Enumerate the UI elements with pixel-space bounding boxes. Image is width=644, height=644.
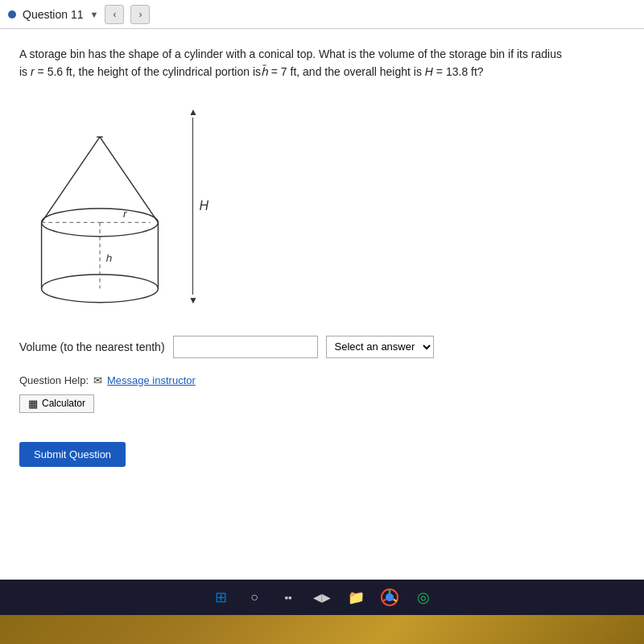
taskbar: ⊞ ○ ▪▪ ◀▶ 📁 ◎ bbox=[0, 580, 644, 615]
volume-label: Volume (to the nearest tenth) bbox=[19, 341, 165, 353]
svg-text:r: r bbox=[123, 207, 127, 219]
volume-input[interactable] bbox=[173, 336, 318, 358]
prev-button[interactable]: ‹ bbox=[105, 5, 124, 24]
submit-button[interactable]: Submit Question bbox=[19, 442, 126, 467]
spotify-button[interactable]: ◎ bbox=[412, 586, 435, 609]
calculator-label: Calculator bbox=[42, 398, 85, 409]
help-row: Question Help: ✉ Message instructor bbox=[19, 374, 625, 386]
search-button[interactable]: ○ bbox=[243, 586, 266, 609]
chrome-button[interactable] bbox=[378, 586, 401, 609]
unit-select[interactable]: Select an answer ft³ ft² ft bbox=[326, 336, 434, 358]
envelope-icon: ✉ bbox=[93, 374, 102, 386]
answer-row: Volume (to the nearest tenth) Select an … bbox=[19, 336, 625, 358]
diagram-container: r h ▲ H ▼ bbox=[19, 94, 625, 320]
svg-line-9 bbox=[100, 137, 158, 222]
help-label: Question Help: bbox=[19, 374, 89, 386]
question-dot bbox=[8, 10, 16, 19]
svg-text:h: h bbox=[106, 251, 113, 263]
calculator-icon: ▦ bbox=[28, 398, 38, 410]
top-bar: Question 11 ▼ ‹ › bbox=[0, 0, 644, 29]
svg-line-8 bbox=[42, 137, 100, 222]
wood-surface bbox=[0, 615, 644, 644]
question-text: A storage bin has the shape of a cylinde… bbox=[19, 45, 567, 81]
calculator-container: ▦ Calculator bbox=[19, 394, 625, 427]
svg-line-16 bbox=[382, 600, 386, 602]
windows-start-button[interactable]: ⊞ bbox=[209, 586, 232, 609]
svg-line-15 bbox=[394, 600, 398, 602]
svg-point-13 bbox=[386, 593, 394, 601]
message-instructor-link[interactable]: Message instructor bbox=[107, 374, 196, 386]
submit-container: Submit Question bbox=[19, 442, 625, 467]
next-button[interactable]: › bbox=[130, 5, 150, 24]
height-indicator: ▲ H ▼ bbox=[188, 106, 198, 306]
question-label: Question 11 bbox=[23, 8, 84, 21]
task-view-button[interactable]: ▪▪ bbox=[277, 586, 299, 609]
folder-button[interactable]: 📁 bbox=[345, 586, 367, 609]
calculator-button[interactable]: ▦ Calculator bbox=[19, 394, 94, 413]
shape-diagram: r h bbox=[19, 94, 180, 320]
h-label: H bbox=[199, 199, 208, 213]
question-dropdown[interactable]: ▼ bbox=[90, 10, 99, 19]
main-content: A storage bin has the shape of a cylinde… bbox=[0, 29, 644, 580]
media-button[interactable]: ◀▶ bbox=[311, 586, 333, 609]
